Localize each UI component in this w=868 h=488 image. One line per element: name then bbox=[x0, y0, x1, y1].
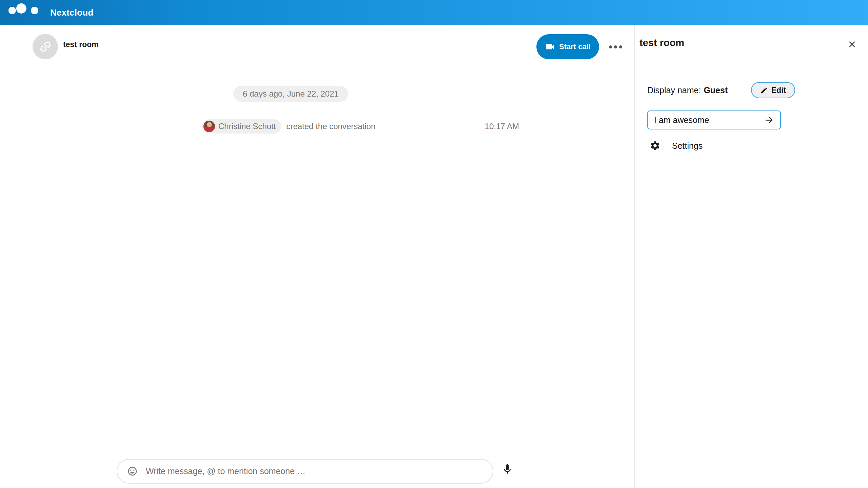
ellipsis-icon bbox=[609, 45, 612, 48]
message-author-pill: Christine Schott bbox=[202, 119, 281, 134]
emoji-picker-button[interactable] bbox=[126, 465, 138, 477]
gear-icon bbox=[650, 140, 660, 151]
logo-circle bbox=[16, 3, 26, 14]
top-bar: Nextcloud bbox=[0, 0, 868, 25]
display-name-input-value: I am awesome bbox=[654, 115, 709, 125]
arrow-right-icon bbox=[764, 115, 774, 125]
message-composer bbox=[117, 459, 493, 484]
submit-display-name-button[interactable] bbox=[763, 114, 775, 126]
sidebar-title: test room bbox=[639, 37, 684, 48]
smiley-icon bbox=[127, 466, 138, 476]
logo-circle bbox=[31, 7, 38, 14]
more-options-button[interactable] bbox=[607, 39, 624, 54]
conversation-header: test room Start call bbox=[0, 25, 634, 64]
conversation-title: test room bbox=[63, 25, 99, 64]
settings-label: Settings bbox=[672, 141, 703, 151]
close-icon bbox=[847, 39, 857, 49]
pencil-icon bbox=[760, 86, 768, 94]
conversation-avatar bbox=[33, 34, 58, 59]
display-name-value: Guest bbox=[704, 85, 728, 95]
logo-circle bbox=[8, 7, 16, 14]
display-name-label: Display name: bbox=[647, 85, 701, 95]
system-message-text: created the conversation bbox=[286, 122, 375, 131]
date-separator: 6 days ago, June 22, 2021 bbox=[233, 86, 348, 102]
nextcloud-logo-icon[interactable] bbox=[8, 0, 42, 25]
nextcloud-talk-app: Nextcloud test room Start call 6 days ag… bbox=[0, 0, 868, 488]
ellipsis-icon bbox=[619, 45, 622, 48]
display-name-input[interactable]: I am awesome bbox=[647, 110, 781, 129]
start-call-label: Start call bbox=[559, 42, 591, 51]
conversation-sidebar: test room Display name: Guest Edit I am … bbox=[634, 25, 868, 488]
close-sidebar-button[interactable] bbox=[844, 36, 860, 53]
ellipsis-icon bbox=[614, 45, 617, 48]
sidebar-item-settings[interactable]: Settings bbox=[647, 139, 703, 152]
message-input[interactable] bbox=[146, 466, 482, 476]
edit-display-name-button[interactable]: Edit bbox=[751, 82, 795, 98]
message-timestamp: 10:17 AM bbox=[485, 122, 519, 131]
start-call-button[interactable]: Start call bbox=[536, 34, 599, 59]
videocam-icon bbox=[545, 42, 555, 52]
text-caret bbox=[710, 115, 710, 125]
microphone-icon bbox=[501, 463, 513, 475]
display-name-row: Display name: Guest Edit bbox=[647, 82, 856, 98]
system-message-row: Christine Schott created the conversatio… bbox=[202, 119, 519, 134]
voice-record-button[interactable] bbox=[499, 461, 515, 477]
edit-button-label: Edit bbox=[771, 86, 786, 95]
link-icon bbox=[35, 37, 55, 57]
chat-view: test room Start call 6 days ago, June 22… bbox=[0, 25, 634, 488]
message-author: Christine Schott bbox=[218, 122, 276, 131]
user-avatar bbox=[203, 121, 215, 132]
app-title: Nextcloud bbox=[50, 7, 93, 18]
